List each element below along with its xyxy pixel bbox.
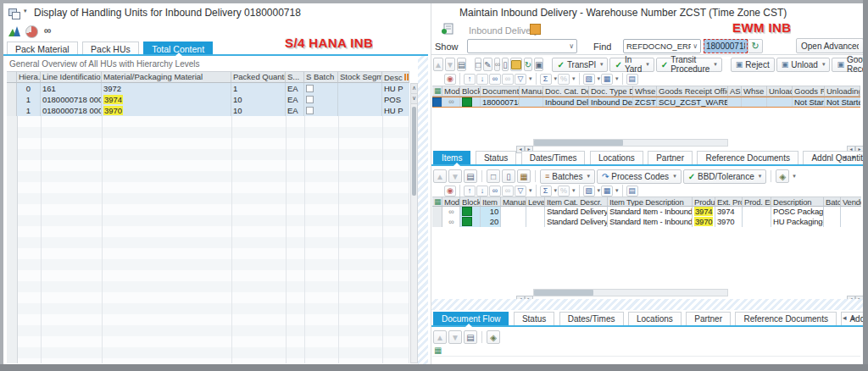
select-all-icon[interactable]: ▦ <box>432 86 442 97</box>
sort-desc-icon[interactable]: ↓ <box>476 74 488 85</box>
details-icon[interactable]: ▤ <box>464 330 477 344</box>
export-icon[interactable]: ▧ <box>583 186 595 197</box>
batch-checkbox[interactable] <box>306 107 314 114</box>
move-down-icon[interactable]: ▼ <box>448 330 462 344</box>
refresh-icon[interactable]: ↻ <box>524 58 532 71</box>
worklist-icon[interactable] <box>441 23 453 36</box>
reject-button[interactable]: ▣ Reject <box>731 58 775 72</box>
in-yard-button[interactable]: ✓ In Yard ▾ <box>609 58 654 72</box>
details-icon[interactable]: ▤ <box>457 58 466 71</box>
select-all-icon[interactable]: ▦ <box>432 197 442 207</box>
col-hiera[interactable]: Hiera... <box>17 71 41 83</box>
layout-icon[interactable]: ▦ <box>601 186 613 197</box>
sort-desc-icon[interactable]: ↓ <box>476 186 488 197</box>
tab-partner[interactable]: Partner <box>686 312 731 326</box>
row-selector[interactable] <box>7 105 17 116</box>
sum-icon[interactable]: Σ <box>540 186 552 197</box>
goods-receipt-button[interactable]: ▣ Goods Receipt ▾ <box>832 58 863 72</box>
tab-dates-times[interactable]: Dates/Times <box>559 312 624 326</box>
process-codes-button[interactable]: ↷ Process Codes ▾ <box>597 169 682 184</box>
unload-button[interactable]: ▣ Unload ▾ <box>776 58 831 72</box>
window-menu-caret-icon[interactable]: ▾ <box>24 8 27 14</box>
batches-button[interactable]: ≡ Batches ▾ <box>540 169 595 184</box>
col-material[interactable]: Material/Packaging Material <box>102 71 231 83</box>
scroll-down-icon[interactable]: ∨ <box>411 94 417 104</box>
window-cascade-icon[interactable] <box>8 8 20 19</box>
refresh-button[interactable]: ↻ <box>748 39 763 53</box>
dropdown-caret-icon[interactable]: ▾ <box>600 61 604 68</box>
display-icon[interactable]: ∞ <box>494 58 500 71</box>
layout-icon[interactable]: ▦ <box>601 74 613 85</box>
serial-numbers-icon[interactable]: ▦ <box>517 169 531 183</box>
items-table-row[interactable]: ∞ 10 Standard Delivery Item Standard Ite… <box>432 207 861 217</box>
row-selected-indicator[interactable] <box>432 97 442 107</box>
tab-status[interactable]: Status <box>476 151 516 165</box>
scroll-up-icon[interactable]: ∧ <box>411 84 417 94</box>
find-icon[interactable]: ∞ <box>489 74 501 85</box>
filter-icon[interactable]: ▽ <box>515 74 526 85</box>
tab-locations[interactable]: Locations <box>628 312 682 326</box>
col-s-batch[interactable]: S Batch <box>304 71 338 83</box>
header-table-row[interactable]: ∞ 180000718 Inbound Delivery Inbound Del… <box>432 97 860 108</box>
dropdown-caret-icon[interactable]: ▾ <box>822 61 826 68</box>
find-field-select[interactable]: REFDOCNO_ERP_I Logis.. ∨ <box>623 39 701 53</box>
save-icon[interactable]: ▣ <box>534 58 543 71</box>
col-packed-quantity[interactable]: Packed Quantity <box>231 71 286 83</box>
find-icon[interactable]: ∞ <box>489 186 501 197</box>
dropdown-caret-icon[interactable]: ▾ <box>646 61 649 68</box>
pie-chart-icon[interactable] <box>25 25 38 38</box>
message-icon[interactable]: ◈ <box>487 330 500 344</box>
batch-checkbox[interactable] <box>306 96 314 103</box>
dropdown-caret-icon[interactable]: ▾ <box>673 173 676 180</box>
header-hscrollbar[interactable]: ◂▸ <box>516 139 728 147</box>
col-uom[interactable]: S... <box>286 71 304 83</box>
move-up-icon[interactable]: ▲ <box>433 169 447 183</box>
binoculars-icon[interactable]: ∞ <box>44 25 51 36</box>
transit-procedure-button[interactable]: ✓ Transit Procedure ▾ <box>656 58 722 72</box>
find-value-input[interactable] <box>704 39 748 53</box>
column-config-icon[interactable] <box>404 74 409 80</box>
move-down-icon[interactable]: ▼ <box>448 169 462 183</box>
subtotal-icon[interactable]: % <box>558 186 570 197</box>
transpl-button[interactable]: ✓ TransPl ▾ <box>552 58 608 72</box>
show-select[interactable]: ∨ <box>467 39 577 53</box>
tab-locations[interactable]: Locations <box>590 151 643 165</box>
row-selector[interactable] <box>432 217 442 227</box>
tab-items[interactable]: Items <box>433 151 470 165</box>
details-icon[interactable]: ▤ <box>464 169 477 183</box>
variant-icon[interactable]: ◉ <box>444 74 456 85</box>
move-up-icon[interactable]: ▲ <box>433 330 447 344</box>
table-row[interactable]: 1 0180000718 000020 3970 10 EA HU P <box>7 105 409 116</box>
create-item-icon[interactable]: □ <box>487 169 500 183</box>
tabs-scroll-left-icon[interactable]: ◂ <box>843 313 847 322</box>
tab-dates-times[interactable]: Dates/Times <box>521 151 586 165</box>
find-next-icon[interactable]: ∞ <box>502 186 514 197</box>
table-row[interactable]: 1 0180000718 000010 3974 10 EA POS <box>7 94 409 105</box>
tabs-scroll-left-icon[interactable]: ◂ <box>843 152 847 161</box>
left-vertical-scrollbar[interactable]: ∧ ∨ <box>410 83 418 363</box>
sort-asc-icon[interactable]: ↑ <box>464 74 476 85</box>
tab-reference-documents[interactable]: Reference Documents <box>697 151 798 165</box>
row-selector[interactable] <box>7 83 17 94</box>
delete-item-icon[interactable]: ▯ <box>502 169 515 183</box>
open-advanced-search-button[interactable]: Open Advanced Search <box>796 38 863 53</box>
move-down-icon[interactable]: ▼ <box>445 58 455 71</box>
row-selector[interactable] <box>7 94 17 105</box>
chart-icon[interactable] <box>8 25 21 37</box>
export-icon[interactable]: ▧ <box>583 74 595 85</box>
row-selector[interactable] <box>432 207 442 217</box>
dropdown-caret-icon[interactable]: ▾ <box>587 173 590 180</box>
tab-status[interactable]: Status <box>514 312 554 326</box>
items-table-row[interactable]: ∞ 20 Standard Delivery Item Standard Ite… <box>432 217 861 227</box>
col-line-identification[interactable]: Line Identification <box>41 71 102 83</box>
tabs-scroll-right-icon[interactable]: ▸ <box>852 313 856 322</box>
select-all-icon[interactable]: ▦ <box>434 346 442 355</box>
variant-icon[interactable]: ◉ <box>444 186 456 197</box>
dropdown-caret-icon[interactable]: ▾ <box>759 173 762 180</box>
print-icon[interactable]: ▤ <box>626 186 638 197</box>
tabs-scroll-right-icon[interactable]: ▸ <box>852 152 856 161</box>
sort-asc-icon[interactable]: ↑ <box>464 186 476 197</box>
bbd-tolerance-button[interactable]: ✓ BBD/Tolerance ▾ <box>683 169 767 184</box>
col-stock-segment[interactable]: Stock Segment <box>338 71 382 83</box>
edit-icon[interactable]: ✎ <box>483 58 492 71</box>
